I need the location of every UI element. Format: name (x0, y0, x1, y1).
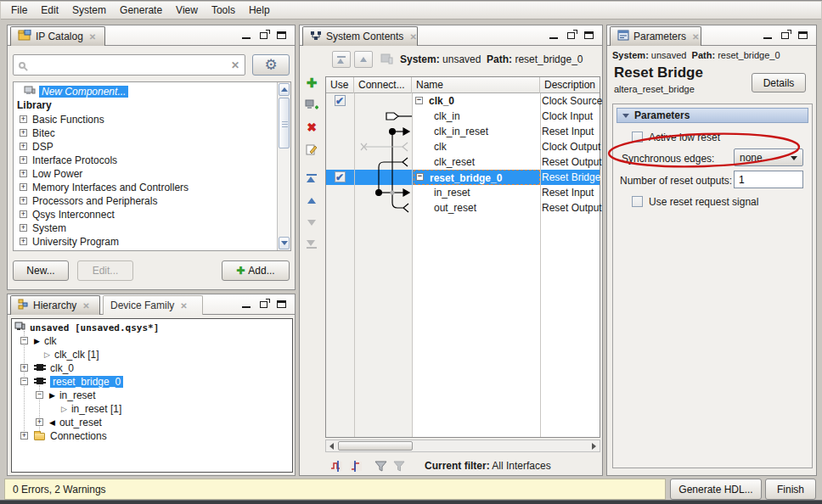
tab-device-family[interactable]: Device Family ✕ (103, 295, 203, 315)
finish-button[interactable]: Finish (765, 479, 816, 500)
expander-icon[interactable] (36, 391, 43, 399)
catalog-settings-button[interactable]: ⚙ (252, 54, 290, 76)
expander-icon[interactable] (20, 432, 28, 440)
sync-edges-dropdown[interactable]: none (734, 148, 803, 166)
minimize-icon[interactable] (549, 32, 558, 39)
tree-item-basic-functions[interactable]: Basic Functions (32, 113, 104, 126)
tab-ip-catalog[interactable]: IP Catalog ✕ (10, 26, 105, 46)
name-cell[interactable]: reset_bridge_0 (414, 170, 540, 185)
edge-filter-icon[interactable] (350, 460, 364, 473)
tree-item-qsys-interconnect[interactable]: Qsys Interconnect (32, 208, 115, 221)
menu-generate[interactable]: Generate (113, 3, 169, 18)
add-component-button[interactable]: ✚ (304, 76, 319, 91)
clear-filter-icon[interactable] (393, 460, 408, 473)
expander-icon[interactable] (20, 224, 27, 232)
ip-search-field[interactable]: ✕ (13, 54, 245, 76)
minimize-icon[interactable] (242, 301, 251, 308)
add-button[interactable]: ✚ Add... (222, 260, 290, 281)
catalog-scrollbar[interactable] (277, 82, 290, 250)
close-icon[interactable]: ✕ (89, 32, 96, 42)
move-top-button[interactable] (304, 171, 319, 186)
tree-item-bitec[interactable]: Bitec (32, 126, 55, 140)
expander-icon[interactable] (20, 210, 27, 218)
expander-icon[interactable] (415, 97, 423, 104)
add-system-button[interactable] (304, 98, 319, 113)
col-use[interactable]: Use (326, 77, 354, 93)
close-icon[interactable]: ✕ (82, 301, 89, 311)
col-description[interactable]: Description (540, 77, 601, 93)
active-low-reset-checkbox[interactable] (632, 132, 643, 143)
maximize-icon[interactable] (277, 300, 286, 308)
scrollbar-thumb[interactable] (338, 441, 413, 451)
collapse-all-button[interactable] (332, 51, 351, 68)
scroll-right-icon[interactable] (592, 443, 596, 450)
expander-icon[interactable] (20, 143, 27, 150)
expander-icon[interactable] (20, 129, 27, 137)
edit-button[interactable]: Edit... (77, 260, 133, 281)
tree-item-clk-clk[interactable]: ▷ clk_clk [1] (44, 348, 99, 361)
move-up-hierarchy-button[interactable] (354, 51, 373, 68)
menu-system[interactable]: System (65, 3, 113, 18)
col-name[interactable]: Name (412, 77, 540, 93)
float-icon[interactable] (567, 32, 575, 39)
expander-icon[interactable] (20, 197, 27, 204)
generate-hdl-button[interactable]: Generate HDL... (670, 479, 762, 500)
expander-icon[interactable] (20, 337, 28, 344)
menu-tools[interactable]: Tools (205, 3, 242, 18)
expander-icon[interactable] (20, 364, 28, 372)
minimize-icon[interactable] (763, 32, 772, 39)
clock-crossing-icon[interactable] (330, 460, 345, 473)
float-icon[interactable] (781, 32, 789, 39)
filter-funnel-icon[interactable] (374, 460, 388, 473)
menu-view[interactable]: View (169, 3, 205, 18)
expander-icon[interactable] (416, 173, 424, 181)
tree-item-in-reset-1[interactable]: ▷ in_reset [1] (61, 402, 121, 416)
connection-wires[interactable] (354, 93, 412, 221)
scroll-down-icon[interactable] (279, 237, 290, 249)
move-down-button[interactable] (304, 215, 319, 230)
expander-icon[interactable] (20, 115, 27, 123)
clear-search-icon[interactable]: ✕ (231, 59, 239, 71)
tree-item-connections[interactable]: Connections (34, 429, 107, 443)
expander-icon[interactable] (20, 156, 27, 164)
parameters-section-header[interactable]: Parameters (616, 108, 808, 123)
maximize-icon[interactable] (584, 31, 594, 39)
new-button[interactable]: New... (13, 260, 69, 281)
expander-icon[interactable] (20, 170, 27, 177)
scroll-left-icon[interactable] (329, 443, 334, 450)
expander-icon[interactable] (20, 183, 27, 191)
tree-item-out-reset[interactable]: ◀ out_reset (49, 416, 102, 429)
tree-item-system[interactable]: System (32, 221, 66, 235)
edit-parameters-button[interactable] (304, 142, 319, 157)
close-icon[interactable]: ✕ (180, 301, 187, 311)
maximize-icon[interactable] (798, 31, 808, 39)
menu-help[interactable]: Help (242, 3, 277, 18)
tab-hierarchy[interactable]: Hierarchy ✕ (10, 295, 100, 315)
remove-button[interactable]: ✖ (304, 120, 319, 135)
scrollbar-thumb[interactable] (279, 98, 290, 148)
details-button[interactable]: Details (752, 73, 806, 92)
menu-edit[interactable]: Edit (34, 3, 65, 18)
float-icon[interactable] (260, 301, 267, 308)
tab-parameters[interactable]: Parameters ✕ (610, 26, 701, 46)
tree-item-interface-protocols[interactable]: Interface Protocols (32, 154, 117, 167)
maximize-icon[interactable] (277, 31, 286, 39)
table-hscrollbar[interactable] (325, 440, 600, 452)
tree-item-processors[interactable]: Processors and Peripherals (32, 194, 157, 208)
tree-item-new-component[interactable]: New Component... (24, 85, 128, 98)
col-connections[interactable]: Connect... (354, 77, 412, 93)
float-icon[interactable] (260, 32, 267, 39)
tree-item-root-unsaved[interactable]: unsaved [unsaved.qsys*] (14, 321, 159, 334)
move-up-button[interactable] (304, 193, 319, 208)
expander-icon[interactable] (20, 378, 28, 385)
tree-item-reset-bridge-0[interactable]: reset_bridge_0 (34, 375, 123, 389)
tree-item-dsp[interactable]: DSP (32, 140, 53, 154)
tree-item-memory-interfaces[interactable]: Memory Interfaces and Controllers (32, 181, 189, 194)
tree-item-university-program[interactable]: University Program (32, 235, 119, 249)
message-status-bar[interactable]: 0 Errors, 2 Warnings (4, 479, 666, 500)
close-icon[interactable]: ✕ (692, 32, 699, 42)
tree-item-in-reset[interactable]: ▶ in_reset (49, 389, 96, 402)
num-outputs-input[interactable] (734, 171, 803, 188)
name-cell[interactable]: clk_0 (415, 93, 539, 109)
menu-file[interactable]: File (4, 3, 34, 18)
